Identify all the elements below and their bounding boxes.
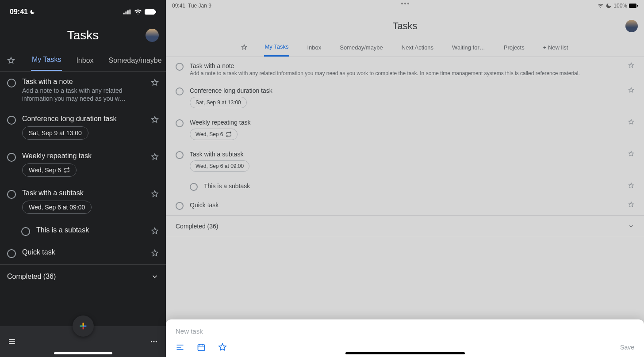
date-chip[interactable]: Wed, Sep 6 — [22, 163, 77, 177]
moon-icon — [606, 3, 612, 9]
task-checkbox[interactable] — [190, 183, 198, 191]
task-checkbox[interactable] — [176, 87, 184, 95]
date-chip[interactable]: Wed, Sep 6 at 09:00 — [190, 160, 249, 172]
wifi-icon — [598, 3, 604, 9]
task-checkbox[interactable] — [176, 63, 184, 71]
starred-tab-icon[interactable] — [4, 57, 18, 65]
home-indicator — [54, 352, 112, 354]
chevron-down-icon — [151, 273, 159, 281]
svg-rect-10 — [637, 5, 638, 7]
tab-projects[interactable]: Projects — [503, 39, 525, 56]
task-checkbox[interactable] — [7, 116, 16, 125]
add-task-fab[interactable] — [73, 315, 94, 337]
task-row[interactable]: Task with a subtask Wed, Sep 6 at 09:00 — [0, 183, 166, 220]
statusbar-time: 09:41 — [172, 3, 185, 9]
wifi-icon — [134, 8, 142, 16]
tab-waiting-for[interactable]: Waiting for… — [451, 39, 486, 56]
star-icon[interactable] — [151, 249, 159, 257]
completed-label: Completed (36) — [176, 223, 218, 230]
task-row[interactable]: Quick task — [0, 242, 166, 264]
completed-section[interactable]: Completed (36) — [0, 264, 166, 289]
avatar[interactable] — [625, 20, 638, 32]
star-icon[interactable] — [151, 116, 159, 124]
save-button[interactable]: Save — [620, 344, 634, 351]
battery-icon — [145, 9, 156, 15]
tablet-statusbar: 09:41 Tue Jan 9 100% — [166, 0, 644, 11]
tablet-header: Tasks — [166, 11, 644, 38]
svg-point-6 — [151, 341, 152, 342]
svg-rect-9 — [629, 4, 636, 8]
tab-new-list[interactable]: + New list — [542, 39, 569, 56]
task-row[interactable]: Conference long duration task Sat, Sep 9… — [166, 82, 644, 114]
repeat-icon — [64, 167, 70, 173]
star-icon[interactable] — [151, 79, 159, 87]
star-action-icon[interactable] — [218, 343, 227, 352]
task-title: Task with a subtask — [190, 151, 622, 158]
date-chip[interactable]: Wed, Sep 6 — [190, 129, 238, 140]
star-icon[interactable] — [628, 119, 634, 125]
completed-section[interactable]: Completed (36) — [166, 215, 644, 237]
star-icon[interactable] — [628, 151, 634, 157]
chevron-down-icon — [628, 223, 634, 229]
battery-icon — [629, 4, 638, 8]
new-task-input[interactable]: New task — [176, 327, 634, 343]
task-checkbox[interactable] — [176, 151, 184, 159]
task-checkbox[interactable] — [21, 227, 30, 236]
tab-someday[interactable]: Someday/maybe — [108, 50, 163, 71]
task-row[interactable]: Weekly repeating task Wed, Sep 6 — [166, 114, 644, 145]
tab-inbox[interactable]: Inbox — [306, 39, 322, 56]
avatar[interactable] — [146, 29, 159, 42]
svg-point-7 — [153, 341, 155, 342]
tablet-panel: 09:41 Tue Jan 9 100% Tasks My Tasks Inbo… — [166, 0, 644, 357]
menu-icon[interactable] — [8, 338, 16, 346]
statusbar-time: 09:41 — [10, 8, 28, 16]
cellular-icon — [123, 8, 131, 16]
star-icon[interactable] — [628, 62, 634, 68]
phone-tasklist: Task with a note Add a note to a task wi… — [0, 72, 166, 326]
task-row[interactable]: Task with a subtask Wed, Sep 6 at 09:00 — [166, 145, 644, 177]
task-title: Quick task — [22, 248, 145, 256]
details-icon[interactable] — [176, 343, 184, 352]
star-icon[interactable] — [151, 227, 159, 235]
task-row[interactable]: Task with a note Add a note to a task wi… — [0, 72, 166, 109]
tab-next-actions[interactable]: Next Actions — [401, 39, 434, 56]
task-checkbox[interactable] — [7, 153, 16, 162]
app-title: Tasks — [392, 20, 417, 32]
phone-tabs: My Tasks Inbox Someday/maybe — [0, 49, 166, 72]
task-checkbox[interactable] — [7, 79, 16, 87]
star-icon[interactable] — [628, 87, 634, 93]
task-title: Task with a note — [190, 62, 622, 69]
multitask-grabber-icon[interactable] — [401, 3, 409, 4]
tab-someday[interactable]: Someday/maybe — [339, 39, 384, 56]
task-checkbox[interactable] — [176, 119, 184, 127]
task-title: This is a subtask — [204, 182, 622, 190]
repeat-icon — [226, 131, 232, 137]
task-row[interactable]: Weekly repeating task Wed, Sep 6 — [0, 146, 166, 183]
battery-percent: 100% — [613, 3, 627, 9]
task-title: Quick task — [190, 201, 622, 209]
task-row[interactable]: Quick task — [166, 196, 644, 215]
star-icon[interactable] — [151, 190, 159, 198]
tab-my-tasks[interactable]: My Tasks — [31, 49, 62, 71]
date-chip[interactable]: Sat, Sep 9 at 13:00 — [190, 97, 247, 108]
more-icon[interactable] — [150, 338, 158, 346]
svg-rect-0 — [123, 13, 125, 15]
date-chip[interactable]: Wed, Sep 6 at 09:00 — [22, 201, 92, 214]
task-row-subtask[interactable]: This is a subtask — [0, 220, 166, 242]
date-chip[interactable]: Sat, Sep 9 at 13:00 — [22, 126, 88, 140]
task-checkbox[interactable] — [176, 202, 184, 210]
star-icon[interactable] — [151, 153, 159, 161]
task-title: Task with a note — [22, 78, 145, 86]
star-icon[interactable] — [628, 182, 634, 189]
calendar-icon[interactable] — [197, 343, 206, 352]
task-row[interactable]: Conference long duration task Sat, Sep 9… — [0, 109, 166, 146]
task-row[interactable]: Task with a note Add a note to a task wi… — [166, 57, 644, 82]
starred-tab-icon[interactable] — [241, 44, 247, 50]
tab-my-tasks[interactable]: My Tasks — [264, 38, 290, 57]
task-checkbox[interactable] — [7, 249, 16, 258]
task-row-subtask[interactable]: This is a subtask — [166, 177, 644, 196]
tab-inbox[interactable]: Inbox — [75, 50, 94, 71]
task-title: Conference long duration task — [22, 115, 145, 123]
task-checkbox[interactable] — [7, 190, 16, 199]
star-icon[interactable] — [628, 201, 634, 208]
